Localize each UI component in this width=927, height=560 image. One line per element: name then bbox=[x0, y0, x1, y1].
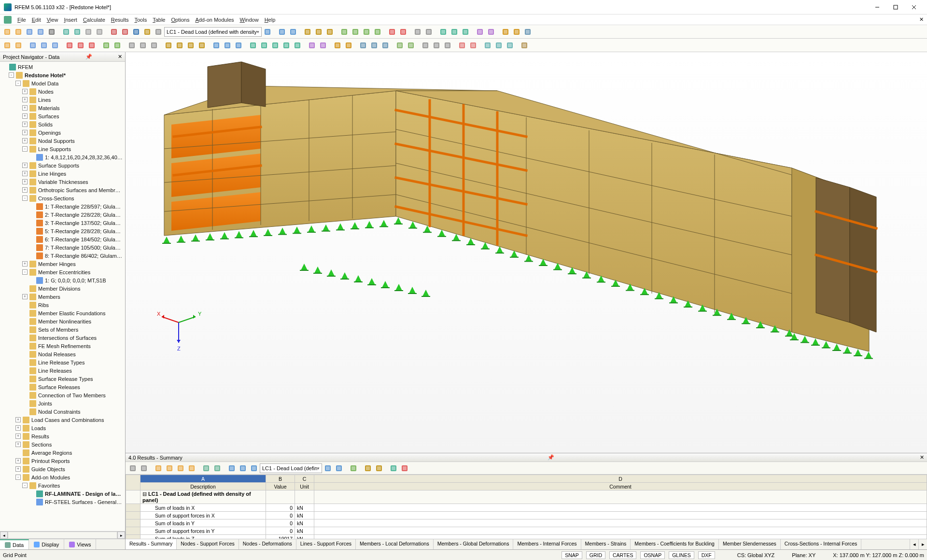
toolbar-button[interactable] bbox=[28, 40, 38, 51]
toolbar-button[interactable] bbox=[307, 40, 317, 51]
expand-icon[interactable]: + bbox=[22, 171, 28, 176]
toolbar-button[interactable] bbox=[420, 40, 431, 51]
tree-node[interactable]: Member Elastic Foundations bbox=[0, 309, 125, 317]
results-tab[interactable]: Members - Internal Forces bbox=[513, 539, 581, 549]
tree-node[interactable]: +Guide Objects bbox=[0, 465, 125, 473]
expand-icon[interactable]: + bbox=[22, 130, 28, 135]
grid-toggle[interactable]: GRID bbox=[586, 551, 605, 559]
toolbar-button[interactable] bbox=[13, 40, 24, 51]
toolbar-button[interactable] bbox=[259, 40, 269, 51]
toolbar-button[interactable] bbox=[323, 463, 333, 474]
toolbar-button[interactable] bbox=[277, 27, 287, 37]
results-category[interactable]: LC1 - Dead Load (defined with density of… bbox=[142, 491, 251, 503]
toolbar-button[interactable] bbox=[522, 27, 533, 37]
tree-node[interactable]: 1: 4,8,12,16,20,24,28,32,36,40,44,47,50,… bbox=[0, 153, 125, 161]
tree-node[interactable]: Nodal Releases bbox=[0, 350, 125, 358]
toolbar-button[interactable] bbox=[83, 27, 94, 37]
toolbar-button[interactable] bbox=[175, 463, 186, 474]
results-tab[interactable]: Nodes - Support Forces bbox=[177, 539, 239, 549]
tree-node[interactable]: Member Nonlinearities bbox=[0, 317, 125, 325]
toolbar-button[interactable] bbox=[398, 27, 408, 37]
toolbar-button[interactable] bbox=[127, 463, 138, 474]
results-pin-icon[interactable]: 📌 bbox=[548, 454, 554, 461]
minimize-button[interactable] bbox=[868, 1, 886, 13]
expand-icon[interactable]: + bbox=[22, 105, 28, 111]
expand-icon[interactable]: + bbox=[22, 89, 28, 94]
toolbar-button[interactable] bbox=[248, 40, 258, 51]
toolbar-button[interactable] bbox=[457, 40, 467, 51]
table-row[interactable]: Sum of support forces in Y0kN bbox=[126, 527, 927, 535]
toolbar-button[interactable] bbox=[131, 27, 141, 37]
tree-node[interactable]: -Favorites bbox=[0, 481, 125, 490]
toolbar-button[interactable] bbox=[233, 40, 244, 51]
tree-model[interactable]: -Redstone Hotel* bbox=[0, 71, 125, 79]
results-tab[interactable]: Members - Local Deformations bbox=[356, 539, 434, 549]
tree-node[interactable]: +Variable Thicknesses bbox=[0, 178, 125, 186]
toolbar-button[interactable] bbox=[35, 27, 46, 37]
tree-node[interactable]: FE Mesh Refinements bbox=[0, 342, 125, 350]
tree-node[interactable]: -Add-on Modules bbox=[0, 473, 125, 481]
toolbar-button[interactable] bbox=[363, 463, 373, 474]
tree-node[interactable]: 3: T-Rectangle 137/502; Glulam Timber GL… bbox=[0, 219, 125, 227]
tabs-scroll-right[interactable]: ▸ bbox=[918, 539, 927, 549]
toolbar-button[interactable] bbox=[139, 463, 149, 474]
results-tab[interactable]: Members - Strains bbox=[581, 539, 631, 549]
toolbar-button[interactable] bbox=[412, 27, 423, 37]
mdi-close-button[interactable]: ✕ bbox=[917, 16, 925, 24]
tree-node[interactable]: +Load Cases and Combinations bbox=[0, 416, 125, 424]
navigator-tab-data[interactable]: Data bbox=[0, 539, 29, 549]
toolbar-button[interactable] bbox=[302, 27, 313, 37]
results-tab[interactable]: Nodes - Deformations bbox=[239, 539, 296, 549]
toolbar-button[interactable] bbox=[324, 27, 335, 37]
toolbar-button[interactable] bbox=[380, 40, 391, 51]
toolbar-button[interactable] bbox=[505, 40, 515, 51]
toolbar-button[interactable] bbox=[423, 27, 434, 37]
tree-node[interactable]: +Openings bbox=[0, 128, 125, 137]
toolbar-button[interactable] bbox=[350, 27, 361, 37]
toolbar-button[interactable] bbox=[13, 27, 24, 37]
tree-node[interactable]: +Materials bbox=[0, 104, 125, 112]
toolbar-button[interactable] bbox=[343, 40, 354, 51]
tree-node[interactable]: Nodal Constraints bbox=[0, 407, 125, 416]
toolbar-button[interactable] bbox=[39, 40, 49, 51]
toolbar-button[interactable] bbox=[50, 40, 60, 51]
toolbar-button[interactable] bbox=[149, 40, 159, 51]
snap-toggle[interactable]: SNAP bbox=[562, 551, 582, 559]
toolbar-button[interactable] bbox=[281, 40, 292, 51]
menu-tools[interactable]: Tools bbox=[131, 16, 150, 24]
tree-node[interactable]: Surface Releases bbox=[0, 383, 125, 391]
collapse-icon[interactable]: - bbox=[22, 146, 28, 152]
tree-node[interactable]: 6: T-Rectangle 184/502; Glulam Timber GL… bbox=[0, 235, 125, 243]
toolbar-button[interactable] bbox=[64, 40, 75, 51]
toolbar-button[interactable] bbox=[186, 463, 197, 474]
toolbar-button[interactable] bbox=[197, 40, 207, 51]
toolbar-button[interactable] bbox=[372, 27, 383, 37]
navigator-close-icon[interactable]: ✕ bbox=[118, 54, 122, 60]
tree-rflaminate[interactable]: RF-LAMINATE - Design of laminate surfac bbox=[0, 490, 125, 498]
tree-node[interactable]: 1: T-Rectangle 228/597; Glulam Timber GL… bbox=[0, 202, 125, 210]
tree-node[interactable]: 7: T-Rectangle 105/500; Glulam Timber GL… bbox=[0, 243, 125, 252]
tree-node[interactable]: Line Releases bbox=[0, 366, 125, 375]
toolbar-button[interactable] bbox=[185, 40, 196, 51]
tree-node[interactable]: +Sections bbox=[0, 440, 125, 448]
tree-node[interactable]: Surface Release Types bbox=[0, 375, 125, 383]
toolbar-button[interactable] bbox=[109, 27, 119, 37]
tree-root[interactable]: RFEM bbox=[0, 63, 125, 71]
toolbar-button[interactable] bbox=[361, 27, 372, 37]
results-loadcase-dropdown[interactable]: LC1 - Dead Load (defin▾ bbox=[260, 463, 322, 473]
collapse-icon[interactable]: - bbox=[15, 81, 21, 86]
expand-icon[interactable]: + bbox=[22, 122, 28, 127]
toolbar-button[interactable] bbox=[153, 463, 164, 474]
menu-insert[interactable]: Insert bbox=[61, 16, 80, 24]
collapse-icon[interactable]: - bbox=[9, 72, 14, 78]
toolbar-button[interactable] bbox=[61, 27, 71, 37]
menu-add-on-modules[interactable]: Add-on Modules bbox=[192, 16, 237, 24]
tree-node[interactable]: Average Regions bbox=[0, 448, 125, 457]
toolbar-button[interactable] bbox=[164, 463, 175, 474]
toolbar-button[interactable] bbox=[211, 40, 222, 51]
toolbar-button[interactable] bbox=[519, 40, 530, 51]
toolbar-button[interactable] bbox=[438, 27, 449, 37]
menu-edit[interactable]: Edit bbox=[29, 16, 44, 24]
toolbar-button[interactable] bbox=[75, 40, 86, 51]
results-tab[interactable]: Cross-Sections - Internal Forces bbox=[781, 539, 862, 549]
